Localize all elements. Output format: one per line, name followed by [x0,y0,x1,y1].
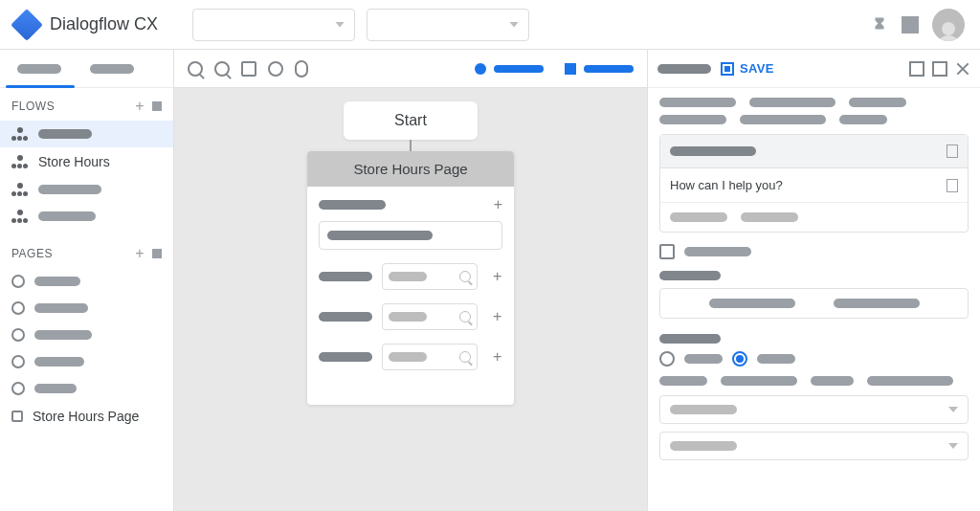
delete-icon[interactable] [947,144,958,158]
close-panel-icon[interactable] [955,61,970,77]
transition-radio-page[interactable] [659,351,675,367]
page-item-label [34,357,84,367]
minimap-icon[interactable] [295,60,308,78]
test-agent-label [584,65,634,73]
page-item-label [34,277,80,286]
zoom-in-icon[interactable] [188,61,203,77]
flow-item-label [38,185,101,194]
entry-fulfillment-label [319,200,386,210]
page-item[interactable] [0,295,173,322]
page-icon [11,301,25,315]
flows-title: FLOWS [11,100,55,113]
condition-input[interactable] [659,288,969,319]
project-select[interactable] [192,9,355,41]
fulfillment-card-header[interactable] [660,135,968,168]
flow-icon [11,183,29,196]
panel-title [657,64,711,74]
add-page-button[interactable]: + [131,245,148,262]
page-icon [11,328,25,342]
flow-item-store-hours[interactable]: Store Hours [0,147,173,176]
transition-target-select[interactable] [659,432,969,460]
zoom-out-icon[interactable] [214,61,230,77]
flow-item-label: Store Hours [38,154,110,169]
flow-item[interactable] [0,203,173,230]
add-param-button[interactable]: + [487,268,501,285]
section-label [659,271,721,280]
start-node[interactable]: Start [344,101,478,140]
page-item[interactable] [0,375,173,402]
param-entity-input[interactable] [382,344,478,370]
param-entity-input[interactable] [382,263,478,290]
page-node-title: Store Hours Page [307,151,514,187]
search-icon [459,271,471,282]
right-panel: SAVE How can I help you? [647,50,980,511]
chevron-down-icon [948,443,958,449]
page-item[interactable] [0,322,173,348]
add-param-button[interactable]: + [487,348,501,366]
transition-radio-flow[interactable] [732,351,747,367]
page-item-store-hours-page[interactable]: Store Hours Page [0,402,173,431]
flow-canvas[interactable]: Start Store Hours Page + + + [174,88,647,511]
checkbox-label [684,247,751,256]
product-name: Dialogflow CX [50,14,158,34]
add-param-button[interactable]: + [487,308,501,325]
param-entity-input[interactable] [382,303,478,330]
reset-view-icon[interactable] [268,61,283,77]
sidebar-tab-manage[interactable] [90,64,134,74]
sidebar-tab-build[interactable] [17,64,61,74]
section-label [659,334,721,344]
entry-fulfillment-input[interactable] [319,221,502,250]
delete-icon[interactable] [947,179,958,192]
agent-response-row[interactable] [660,203,968,232]
page-item-label: Store Hours Page [33,409,139,424]
chevron-down-icon [509,22,519,28]
canvas-toolbar [174,50,647,88]
toolbar-action-group[interactable] [565,63,634,75]
test-agent-icon [565,63,576,75]
flow-icon [11,127,29,141]
flow-item-label [38,211,96,221]
page-item-label [34,384,77,393]
flow-item-label [38,129,92,139]
flow-item-default[interactable] [0,121,173,147]
flow-item[interactable] [0,176,173,203]
add-entry-button[interactable]: + [488,196,502,213]
minimize-panel-icon[interactable] [909,61,924,77]
flows-section-header: FLOWS + [0,88,173,121]
page-item-label [34,303,88,313]
chevron-down-icon [948,407,958,412]
save-icon [721,62,734,76]
stop-icon[interactable] [902,16,919,33]
page-item[interactable] [0,348,173,375]
sidebar-tabs [0,50,173,88]
save-button[interactable]: SAVE [721,61,774,76]
save-label: SAVE [740,61,774,76]
page-item[interactable] [0,268,173,295]
toolbar-status-group [475,63,544,75]
canvas-area: Start Store Hours Page + + + [174,50,647,511]
maximize-panel-icon[interactable] [932,61,947,77]
flows-menu-icon[interactable] [152,101,162,111]
pages-menu-icon[interactable] [152,249,162,258]
account-avatar-icon[interactable] [932,9,965,41]
chevron-down-icon [335,22,345,28]
page-node-store-hours[interactable]: Store Hours Page + + + [307,151,514,405]
transition-target-select[interactable] [659,395,969,424]
hourglass-icon[interactable] [871,16,888,33]
add-flow-button[interactable]: + [131,98,148,115]
param-label [319,272,372,281]
start-node-label: Start [394,112,427,129]
pages-section-header: PAGES + [0,235,173,268]
flow-icon [11,155,29,168]
radio-label [757,354,795,364]
fulfillment-card: How can I help you? [659,134,969,233]
agent-select[interactable] [367,9,529,41]
fit-screen-icon[interactable] [241,61,256,77]
right-panel-header: SAVE [648,50,980,88]
page-item-label [34,330,92,340]
helper-text [659,376,969,386]
description-text [659,98,969,124]
card-header-label [670,146,756,156]
agent-says-row[interactable]: How can I help you? [660,168,968,203]
enable-webhook-checkbox[interactable] [659,244,675,259]
